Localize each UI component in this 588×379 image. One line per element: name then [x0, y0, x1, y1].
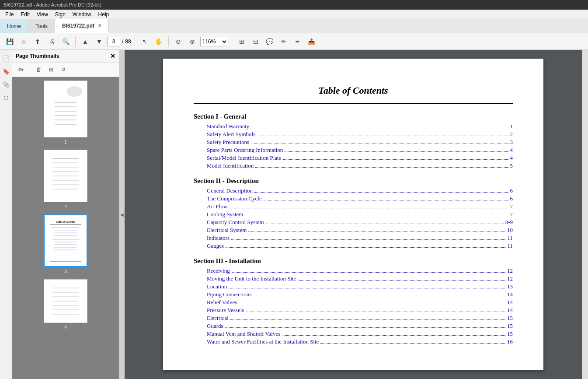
attachments-icon[interactable]: 📎	[1, 80, 11, 89]
toc-page-compression-cycle[interactable]: 6	[510, 195, 513, 202]
save-button[interactable]: 💾	[3, 35, 16, 48]
menu-file[interactable]: File	[2, 11, 17, 18]
share-button[interactable]: ⬆	[31, 35, 44, 48]
next-page-button[interactable]: ▼	[93, 35, 105, 48]
bookmark-button[interactable]: ☆	[17, 35, 30, 48]
toc-entry-electrical-install[interactable]: Electrical 15	[194, 315, 513, 322]
menu-window[interactable]: Window	[69, 11, 95, 18]
menu-view[interactable]: View	[33, 11, 52, 18]
toc-entry-spare-parts[interactable]: Spare Parts Ordering Information 4	[194, 147, 513, 154]
print-button[interactable]: 🖨	[45, 35, 58, 48]
toc-label-relief-valves[interactable]: Relief Valves	[207, 299, 237, 306]
toc-entry-piping[interactable]: Piping Connections 14	[194, 291, 513, 298]
bookmarks-icon[interactable]: 🔖	[1, 67, 11, 76]
export-button[interactable]: 📤	[306, 35, 318, 48]
toc-entry-electrical-system[interactable]: Electrical System 10	[194, 227, 513, 234]
toc-entry-location[interactable]: Location 13	[194, 283, 513, 290]
toc-page-relief-valves[interactable]: 14	[507, 299, 513, 306]
toc-entry-general-desc[interactable]: General Description 6	[194, 187, 513, 194]
toc-entry-air-flow[interactable]: Air Flow 7	[194, 203, 513, 210]
toc-entry-cooling-system[interactable]: Cooling System 7	[194, 211, 513, 218]
menu-help[interactable]: Help	[95, 11, 113, 18]
search-button[interactable]: 🔍	[59, 35, 72, 48]
menu-sign[interactable]: Sign	[52, 11, 69, 18]
toc-label-location[interactable]: Location	[207, 283, 227, 290]
toc-label-moving-unit[interactable]: Moving the Unit to the Installation Site	[207, 275, 296, 282]
fit-width-button[interactable]: ⊟	[250, 35, 262, 48]
toc-entry-moving-unit[interactable]: Moving the Unit to the Installation Site…	[194, 275, 513, 282]
toc-entry-compression-cycle[interactable]: The Compression Cycle 6	[194, 195, 513, 202]
fit-page-button[interactable]: ⊞	[236, 35, 248, 48]
toc-label-electrical-system[interactable]: Electrical System	[207, 227, 247, 234]
toc-page-piping[interactable]: 14	[507, 291, 513, 298]
tab-file[interactable]: BI619722.pdf ✕	[55, 19, 109, 33]
toc-page-location[interactable]: 13	[507, 283, 513, 290]
select-tool-button[interactable]: ↖	[139, 35, 151, 48]
toc-page-general-desc[interactable]: 6	[510, 187, 513, 194]
toc-page-electrical-system[interactable]: 10	[507, 227, 513, 234]
sidebar-embed-button[interactable]: ⊞	[46, 64, 56, 75]
tab-tools[interactable]: Tools	[28, 19, 55, 33]
zoom-select[interactable]: 116% 100% 75% 50%	[200, 37, 228, 46]
toc-entry-pressure-vessels[interactable]: Pressure Vessels 14	[194, 307, 513, 314]
toc-page-electrical-install[interactable]: 15	[507, 315, 513, 322]
toc-label-vent-shutoff[interactable]: Manual Vent and Shutoff Valves	[207, 330, 280, 337]
toc-entry-relief-valves[interactable]: Relief Valves 14	[194, 299, 513, 306]
sidebar-close-icon[interactable]: ✕	[110, 53, 115, 60]
toc-page-serial-model[interactable]: 4	[510, 154, 513, 161]
right-scrollbar[interactable]	[582, 50, 588, 379]
toc-label-piping[interactable]: Piping Connections	[207, 291, 251, 298]
toc-entry-serial-model[interactable]: Serial/Model Identification Plate 4	[194, 154, 513, 161]
thumbnails-area[interactable]: 1 2	[12, 77, 119, 379]
toc-label-spare-parts[interactable]: Spare Parts Ordering Information	[207, 147, 283, 154]
toc-entry-model-id[interactable]: Model Identification 5	[194, 162, 513, 169]
toc-label-capacity-control[interactable]: Capacity Control System	[207, 219, 264, 226]
toc-page-gauges[interactable]: 11	[507, 242, 513, 249]
thumbnail-item-4[interactable]: 4	[16, 279, 115, 330]
toc-page-air-flow[interactable]: 7	[510, 203, 513, 210]
toc-page-model-id[interactable]: 5	[510, 162, 513, 169]
sidebar-rotate-button[interactable]: ↺	[58, 64, 69, 75]
hand-tool-button[interactable]: ✋	[153, 35, 165, 48]
toc-label-safety-precautions[interactable]: Safety Precautions	[207, 139, 249, 146]
toc-label-compression-cycle[interactable]: The Compression Cycle	[207, 195, 262, 202]
toc-label-safety-alert[interactable]: Safety Alert Symbols	[207, 131, 255, 138]
tab-close-icon[interactable]: ✕	[98, 23, 101, 28]
toc-label-pressure-vessels[interactable]: Pressure Vessels	[207, 307, 244, 314]
sidebar-menu-button[interactable]: ≡▾	[16, 64, 26, 75]
toc-page-moving-unit[interactable]: 12	[507, 275, 513, 282]
toc-label-cooling-system[interactable]: Cooling System	[207, 211, 243, 218]
thumbnail-item-1[interactable]: 1	[16, 81, 115, 144]
toc-entry-water-sewer[interactable]: Water and Sewer Facilities at the Instal…	[194, 338, 513, 345]
toc-label-standard-warranty[interactable]: Standard Warranty	[207, 123, 249, 130]
zoom-in-button[interactable]: ⊕	[186, 35, 198, 48]
menu-edit[interactable]: Edit	[17, 11, 33, 18]
toc-label-serial-model[interactable]: Serial/Model Identification Plate	[207, 154, 281, 161]
toc-entry-safety-alert[interactable]: Safety Alert Symbols 2	[194, 131, 513, 138]
thumbnail-item-3[interactable]: Table of Contents 3	[16, 214, 115, 274]
collapse-handle[interactable]: ◀	[119, 50, 125, 379]
thumbnails-icon[interactable]: 📄	[1, 53, 11, 63]
toc-entry-indicators[interactable]: Indicators 11	[194, 235, 513, 242]
sidebar-delete-button[interactable]: 🗑	[34, 64, 44, 75]
toc-entry-safety-precautions[interactable]: Safety Precautions 3	[194, 139, 513, 146]
toc-label-water-sewer[interactable]: Water and Sewer Facilities at the Instal…	[207, 338, 319, 345]
markup-button[interactable]: ✒	[292, 35, 304, 48]
comment-button[interactable]: 💬	[264, 35, 276, 48]
toc-label-general-desc[interactable]: General Description	[207, 187, 253, 194]
thumbnail-item-2[interactable]: 2	[16, 150, 115, 209]
edit-button[interactable]: ✏	[278, 35, 290, 48]
toc-label-electrical-install[interactable]: Electrical	[207, 315, 229, 322]
toc-entry-vent-shutoff[interactable]: Manual Vent and Shutoff Valves 15	[194, 330, 513, 337]
page-input[interactable]	[107, 37, 120, 46]
toc-label-guards[interactable]: Guards	[207, 323, 223, 330]
toc-page-indicators[interactable]: 11	[507, 235, 513, 242]
toc-page-cooling-system[interactable]: 7	[510, 211, 513, 218]
toc-label-gauges[interactable]: Gauges	[207, 242, 224, 249]
toc-entry-guards[interactable]: Guards 15	[194, 323, 513, 330]
toc-label-model-id[interactable]: Model Identification	[207, 162, 254, 169]
toc-label-indicators[interactable]: Indicators	[207, 235, 230, 242]
tab-home[interactable]: Home	[0, 19, 28, 33]
pdf-area[interactable]: Table of Contents Section I - General St…	[125, 50, 582, 379]
toc-page-vent-shutoff[interactable]: 15	[507, 330, 513, 337]
